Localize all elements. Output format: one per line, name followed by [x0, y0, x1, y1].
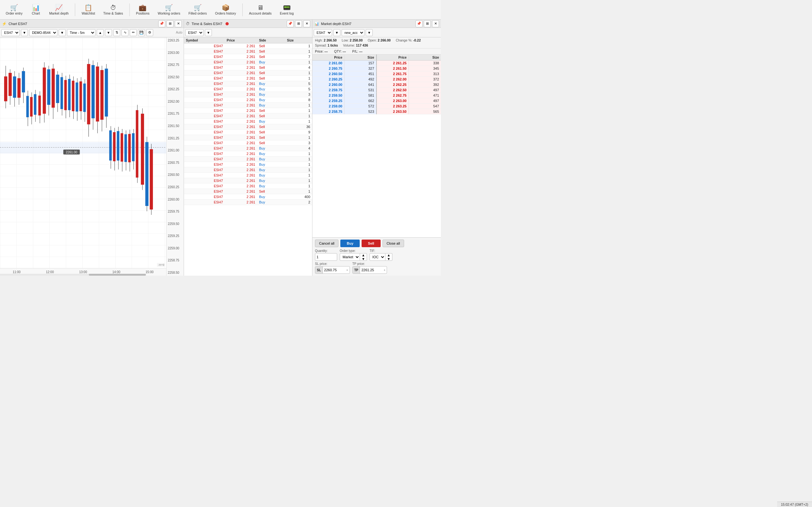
svg-text:2261.00: 2261.00	[66, 150, 78, 154]
chart-symbol-list-button[interactable]: ▼	[21, 29, 28, 36]
ts-close-button[interactable]: ✕	[303, 20, 310, 27]
ts-table: Symbol Price Side Size ESH72 261Sell1ESH…	[184, 38, 312, 276]
chart-save-button[interactable]: 💾	[138, 29, 145, 36]
bid-size-cell: 572	[345, 104, 376, 109]
price-label-10: 2260.75	[168, 161, 183, 164]
md-account-select[interactable]: new_acc	[342, 29, 364, 36]
md-high: High: 2 266.50	[315, 38, 337, 42]
md-pin-button[interactable]: 📌	[415, 20, 422, 27]
ts-symbol-select[interactable]: ESH7	[185, 29, 204, 36]
side-sell: Sell	[257, 140, 285, 146]
order-type-select[interactable]: Market	[340, 253, 360, 261]
close-all-button[interactable]: Close all	[383, 239, 404, 247]
toolbar-time-sales[interactable]: ⏱ Time & Sales	[100, 1, 126, 19]
chart-symbol-select[interactable]: ESH7	[1, 29, 20, 36]
md-account-list-button[interactable]: ▼	[366, 29, 373, 36]
ts-symbol-list-button[interactable]: ▼	[205, 29, 212, 36]
quantity-input[interactable]	[315, 253, 337, 261]
sl-input[interactable]	[323, 267, 345, 274]
buy-button[interactable]: Buy	[340, 239, 360, 247]
ts-table-row: ESH72 261Buy4	[184, 146, 312, 151]
svg-rect-74	[128, 134, 131, 163]
separator-2	[130, 3, 130, 16]
side-sell: Sell	[257, 76, 285, 81]
ask-size-cell: 497	[409, 98, 441, 104]
ts-controls: ESH7 ▼	[184, 28, 312, 38]
toolbar-filled-orders[interactable]: 🛒 Filled orders	[185, 1, 210, 19]
toolbar-chart[interactable]: 📊 Chart	[28, 1, 44, 19]
chart-options-button[interactable]: ⚙	[146, 29, 153, 36]
tif-up-button[interactable]: ▲▼	[386, 253, 392, 261]
ts-table-row: ESH72 261Sell1	[184, 49, 312, 54]
chart-timeframe-select[interactable]: Time - 5m	[67, 29, 96, 36]
svg-rect-62	[83, 83, 86, 112]
side-buy: Buy	[257, 157, 285, 162]
bid-size-cell: 641	[345, 82, 376, 88]
price-label-15: 2259.50	[168, 222, 183, 226]
order-type-up-button[interactable]: ▲▼	[360, 253, 367, 261]
toolbar-market-depth[interactable]: 📈 Market depth	[46, 1, 72, 19]
chart-icon: 📊	[32, 4, 40, 11]
ts-col-size: Size	[285, 38, 312, 43]
md-col-bid-size: Size	[345, 55, 376, 60]
ts-table-row: ESH72 261Sell7	[184, 54, 312, 60]
tp-input[interactable]	[360, 267, 382, 274]
svg-rect-16	[22, 71, 25, 92]
chart-panel: ⚡ Chart ESH7 📌 ⊞ ✕ ESH7 ▼ DEMO-8544 ▼ Ti…	[0, 20, 184, 276]
timeframe-up-button[interactable]: ▲	[97, 29, 104, 36]
bid-size-cell: 492	[345, 77, 376, 82]
side-buy: Buy	[257, 97, 285, 103]
toolbar-watchlist[interactable]: 📋 Watchlist	[78, 1, 98, 19]
sl-label: SL price:	[315, 262, 350, 266]
chart-close-button[interactable]: ✕	[175, 20, 182, 27]
toolbar-account-details[interactable]: 🖥 Account details	[246, 1, 275, 19]
tp-label: TP price:	[352, 262, 387, 266]
chart-scrollbar[interactable]	[0, 274, 146, 276]
chart-expand-button[interactable]: ⊞	[166, 20, 173, 27]
ts-table-row: ESH72 261Sell36	[184, 124, 312, 130]
toolbar-filled-orders-label: Filled orders	[189, 11, 207, 15]
svg-rect-42	[26, 96, 29, 117]
md-pl-label: P/L: ---	[352, 49, 362, 53]
toolbar-positions[interactable]: 💼 Positions	[133, 1, 153, 19]
toolbar-orders-history[interactable]: 📦 Orders history	[212, 1, 239, 19]
price-label-5: 2262.00	[168, 100, 183, 103]
timeframe-down-button[interactable]: ▼	[105, 29, 112, 36]
chart-account-select[interactable]: DEMO-8544	[29, 29, 57, 36]
md-expand-button[interactable]: ⊞	[424, 20, 431, 27]
ts-table-row: ESH72 261Sell4	[184, 65, 312, 70]
cancel-all-button[interactable]: Cancel all	[315, 239, 339, 247]
svg-rect-48	[38, 96, 41, 116]
md-symbol-list-button[interactable]: ▼	[334, 29, 340, 36]
svg-rect-46	[34, 94, 37, 115]
chart-compare-button[interactable]: ⇅	[113, 29, 120, 36]
chart-indicators-button[interactable]: ∿	[121, 29, 129, 36]
ask-size-cell: 313	[409, 71, 441, 77]
toolbar-working-orders[interactable]: 🛒 Working orders	[154, 1, 183, 19]
md-low: Low: 2 258.00	[342, 38, 362, 42]
sell-button[interactable]: Sell	[362, 239, 380, 247]
toolbar-order-entry[interactable]: 🛒 Order entry	[3, 1, 26, 19]
bid-price-cell: 2 259.50	[312, 93, 345, 98]
ts-expand-button[interactable]: ⊞	[295, 20, 302, 27]
md-symbol-select[interactable]: ESH7	[314, 29, 332, 36]
chart-area: 2261.00	[0, 38, 184, 276]
chart-pin-button[interactable]: 📌	[158, 20, 165, 27]
toolbar-event-log[interactable]: 📟 Event log	[276, 1, 297, 19]
chart-account-list-button[interactable]: ▼	[59, 29, 66, 36]
order-buttons: Cancel all Buy Sell Close all	[315, 239, 438, 247]
side-sell: Sell	[257, 54, 285, 60]
ts-table-row: ESH72 261Sell3	[184, 140, 312, 146]
svg-rect-40	[150, 149, 153, 210]
bid-price-cell: 2 260.50	[312, 71, 345, 77]
side-buy: Buy	[257, 103, 285, 108]
md-qty-label: QTY: ---	[334, 49, 346, 53]
ts-table-row: ESH72 261Buy1	[184, 157, 312, 162]
md-open: Open: 2 266.00	[368, 38, 391, 42]
svg-rect-52	[64, 80, 67, 110]
ask-price-cell: 2 263.25	[377, 104, 409, 109]
chart-draw-button[interactable]: ✏	[130, 29, 137, 36]
ts-pin-button[interactable]: 📌	[287, 20, 294, 27]
tif-select[interactable]: IOC	[369, 253, 386, 261]
md-close-button[interactable]: ✕	[432, 20, 439, 27]
